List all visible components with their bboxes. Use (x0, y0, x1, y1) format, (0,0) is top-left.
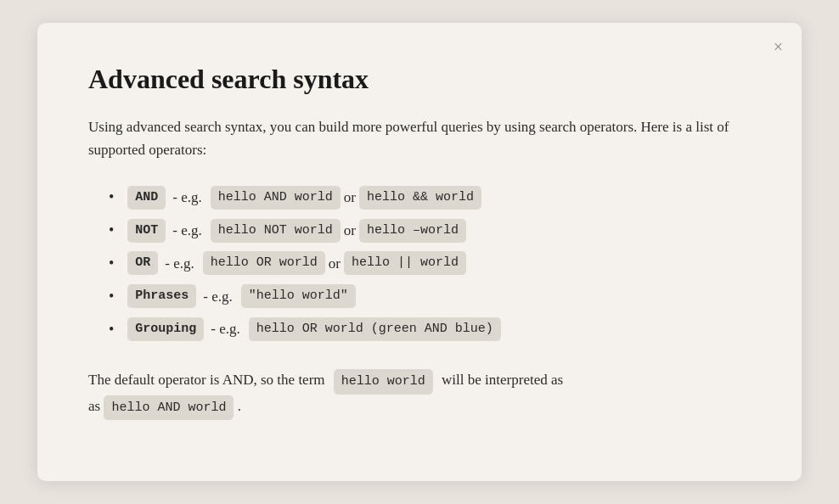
close-button[interactable]: × (774, 38, 783, 55)
connector-or: or (329, 252, 341, 275)
advanced-search-dialog: × Advanced search syntax Using advanced … (37, 23, 802, 481)
footer-suffix: . (238, 398, 241, 414)
example-or-2: hello || world (344, 251, 466, 275)
desc-prefix-not: - e.g. (172, 219, 201, 242)
operator-and: AND (127, 186, 166, 210)
footer-interpreted: hello AND world (104, 395, 234, 421)
example-phrases-1: "hello world" (241, 284, 356, 308)
example-or-1: hello OR world (203, 251, 325, 275)
operator-or: OR (127, 251, 158, 275)
operators-list: AND - e.g. hello AND world or hello && w… (88, 185, 751, 341)
dialog-title: Advanced search syntax (88, 64, 751, 95)
example-and-1: hello AND world (211, 186, 341, 210)
connector-not: or (344, 219, 356, 242)
operator-grouping: Grouping (127, 317, 204, 341)
footer-term: hello world (334, 369, 433, 395)
list-item: AND - e.g. hello AND world or hello && w… (109, 185, 751, 210)
list-item: OR - e.g. hello OR world or hello || wor… (109, 251, 751, 276)
desc-prefix-phrases: - e.g. (203, 285, 232, 308)
footer-prefix: The default operator is AND, so the term (88, 372, 325, 388)
example-grouping-1: hello OR world (green AND blue) (249, 317, 501, 341)
desc-prefix-or: - e.g. (165, 252, 194, 275)
list-item: Grouping - e.g. hello OR world (green AN… (109, 317, 751, 342)
footer-interpreted-label: as (88, 398, 104, 414)
list-item: NOT - e.g. hello NOT world or hello –wor… (109, 218, 751, 243)
example-not-1: hello NOT world (211, 219, 341, 243)
footer-middle: will be interpreted as (442, 372, 563, 388)
desc-prefix-grouping: - e.g. (211, 317, 239, 340)
footer-text: The default operator is AND, so the term… (88, 368, 751, 420)
list-item: Phrases - e.g. "hello world" (109, 284, 751, 309)
example-and-2: hello && world (359, 186, 481, 210)
operator-not: NOT (127, 219, 166, 243)
desc-prefix-and: - e.g. (172, 186, 201, 209)
operator-phrases: Phrases (127, 284, 196, 308)
example-not-2: hello –world (359, 219, 466, 243)
connector-and: or (344, 186, 356, 209)
intro-text: Using advanced search syntax, you can bu… (88, 115, 751, 161)
